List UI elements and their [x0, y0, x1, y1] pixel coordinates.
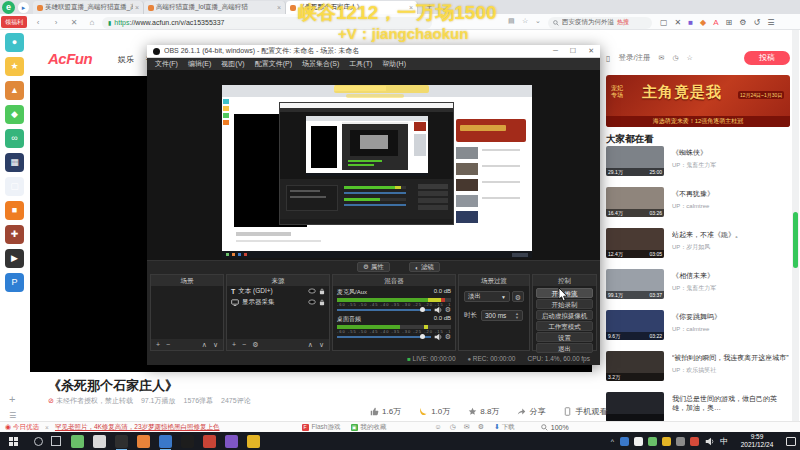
obs-control-button[interactable]: 启动虚拟摄像机: [536, 310, 593, 320]
obs-menu-item[interactable]: 文件(F): [155, 59, 178, 69]
recommend-item[interactable]: 16.4万 03:26 《不再犹豫》 UP：calmtree: [606, 186, 792, 227]
action-button[interactable]: 手机观看: [563, 406, 607, 417]
taskbar-clock[interactable]: 9:59 2021/12/24: [734, 433, 780, 449]
recommend-item[interactable]: 29.1万 25:00 《蜘蛛侠》 UP：鬼畜生力军: [606, 145, 792, 186]
bookmarks-bar-icon[interactable]: ▤: [508, 17, 515, 25]
obs-control-button[interactable]: 设置: [536, 332, 593, 342]
tray-icon[interactable]: [634, 437, 643, 446]
meter-settings-icon[interactable]: ⚙: [445, 333, 451, 341]
tab-close-icon[interactable]: ×: [135, 4, 139, 11]
video-title[interactable]: 我们总是世间的游戏，做自己的英雄，加油，奥…: [672, 394, 790, 412]
taskbar-app-icon[interactable]: [93, 435, 106, 448]
volume-track[interactable]: [337, 309, 431, 311]
dock-add-button[interactable]: +: [9, 393, 15, 405]
history-icon[interactable]: ◷: [672, 54, 678, 62]
toolbar-icon[interactable]: ▢: [660, 17, 668, 29]
toolbar-icon[interactable]: ↺: [753, 17, 760, 29]
tray-icon[interactable]: [662, 437, 671, 446]
obs-menu-item[interactable]: 视图(V): [221, 59, 244, 69]
transition-settings-button[interactable]: ⚙: [512, 291, 524, 302]
transitions-panel-title[interactable]: 场景过渡: [459, 275, 529, 286]
taskbar-app-icon[interactable]: [71, 435, 84, 448]
video-title[interactable]: 《蜘蛛侠》: [672, 148, 790, 157]
login-link[interactable]: 登录/注册: [618, 53, 650, 63]
obs-menu-item[interactable]: 配置文件(P): [255, 59, 292, 69]
scenes-list[interactable]: [151, 286, 223, 339]
favorites-label[interactable]: 我的收藏: [361, 423, 387, 432]
obs-titlebar[interactable]: OBS 26.1.1 (64-bit, windows) - 配置文件: 未命名…: [147, 45, 600, 58]
lock-icon[interactable]: [319, 288, 325, 295]
eye-icon[interactable]: [308, 288, 316, 294]
action-button[interactable]: 8.8万: [468, 406, 499, 417]
volume-slider[interactable]: ⚙: [337, 307, 451, 313]
source-properties-button[interactable]: ⚙: [252, 341, 258, 349]
action-button[interactable]: 1.0万: [419, 406, 450, 417]
browser-logo[interactable]: e: [2, 1, 15, 14]
recommend-item[interactable]: 3.2万 “被拍到的瞬间，我连夜离开这座城市” UP：欢乐搞笑社: [606, 350, 792, 391]
sources-panel-title[interactable]: 来源: [227, 275, 329, 286]
recommend-item[interactable]: 9.6万 03:22 《你要跳舞吗》 UP：calmtree: [606, 309, 792, 350]
promo-badge[interactable]: 领福利: [1, 16, 27, 28]
promo-link[interactable]: 罕见老照片，4K修复高清，23岁梦露惊艳黑白照修复上色: [55, 423, 220, 432]
statusbar-icon[interactable]: ✉: [464, 423, 470, 431]
filters-button[interactable]: ◐ 滤镜: [409, 262, 440, 272]
taskbar-app-icon[interactable]: [225, 435, 238, 448]
source-row[interactable]: T 文本 (GDI+): [227, 286, 329, 297]
video-thumbnail[interactable]: 16.4万 03:26: [606, 187, 664, 217]
dock-app-icon[interactable]: ◆: [5, 105, 24, 124]
volume-track[interactable]: [337, 336, 431, 338]
lock-icon[interactable]: [319, 299, 325, 306]
stop-button[interactable]: ✕: [68, 17, 80, 28]
browser-user-button[interactable]: ▸: [18, 2, 29, 13]
toolbar-icon[interactable]: ◆: [700, 17, 706, 29]
dock-app-icon[interactable]: ▶: [5, 249, 24, 268]
video-thumbnail[interactable]: 12.4万 03:05: [606, 228, 664, 258]
promo-banner[interactable]: 宠妃专场 主角竟是我 12月24日~1月30日 海选萌宠来袭！12强角逐萌主桂冠: [606, 75, 790, 127]
star-icon[interactable]: ☆: [686, 54, 692, 62]
video-up[interactable]: UP：欢乐搞笑社: [672, 366, 790, 375]
eye-icon[interactable]: [308, 299, 316, 305]
dock-app-icon[interactable]: ▲: [5, 81, 24, 100]
transition-select[interactable]: 淡出 ▼: [464, 291, 510, 302]
taskbar-app-icon[interactable]: [137, 435, 150, 448]
volume-knob[interactable]: [420, 334, 425, 339]
video-title[interactable]: “被拍到的瞬间，我连夜离开这座城市”: [672, 353, 790, 362]
statusbar-icon[interactable]: ⚙: [478, 423, 484, 431]
volume-slider[interactable]: ⚙: [337, 334, 451, 340]
video-title[interactable]: 《相信未来》: [672, 271, 790, 280]
taskbar-app-icon[interactable]: [181, 435, 194, 448]
toolbar-icon[interactable]: ■: [688, 17, 693, 29]
speaker-icon[interactable]: [434, 333, 442, 341]
download-icon[interactable]: ⬇: [494, 423, 500, 431]
promo-close-icon[interactable]: ×: [45, 424, 49, 431]
dock-app-icon[interactable]: P: [5, 273, 24, 292]
dock-app-icon[interactable]: ★: [5, 57, 24, 76]
source-up-button[interactable]: ∧: [308, 341, 313, 349]
scrollbar-thumb[interactable]: [793, 212, 798, 268]
zoom-level[interactable]: 100%: [551, 424, 569, 431]
action-button[interactable]: 分享: [517, 406, 545, 417]
obs-control-button[interactable]: 工作室模式: [536, 321, 593, 331]
volume-knob[interactable]: [420, 307, 425, 312]
video-title[interactable]: 《不再犹豫》: [672, 189, 790, 198]
header-search-box[interactable]: 西安疫情为何外溢 热搜: [548, 17, 652, 29]
dock-app-icon[interactable]: ■: [5, 201, 24, 220]
close-icon[interactable]: ✕: [588, 47, 594, 55]
duration-stepper[interactable]: ▲▼: [515, 312, 519, 320]
toolbar-icon[interactable]: ⚙: [739, 17, 746, 29]
task-view-icon[interactable]: [51, 436, 61, 446]
maximize-icon[interactable]: ☐: [570, 47, 576, 55]
obs-menu-item[interactable]: 帮助(H): [382, 59, 406, 69]
tray-icon[interactable]: [676, 437, 685, 446]
taskbar-app-icon[interactable]: [115, 435, 128, 448]
source-row[interactable]: 显示器采集: [227, 297, 329, 308]
taskbar-app-icon[interactable]: [159, 435, 172, 448]
mixer-panel-title[interactable]: 混音器: [333, 275, 455, 286]
upload-button[interactable]: 投稿: [744, 51, 790, 65]
tab-close-icon[interactable]: ×: [277, 4, 281, 11]
taskbar-app-icon[interactable]: [247, 435, 260, 448]
dock-app-icon[interactable]: ●: [5, 33, 24, 52]
duration-input[interactable]: 300 ms ▲▼: [481, 310, 523, 321]
volume-icon[interactable]: [705, 437, 714, 446]
obs-menu-item[interactable]: 场景集合(S): [302, 59, 339, 69]
